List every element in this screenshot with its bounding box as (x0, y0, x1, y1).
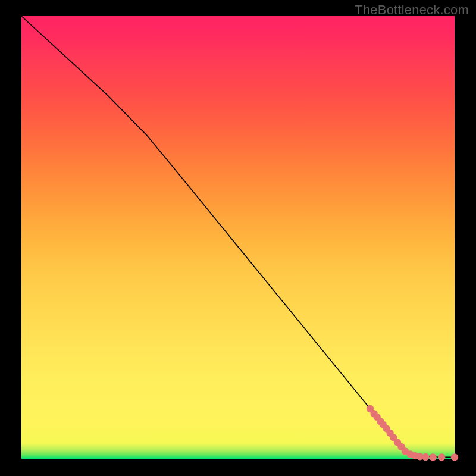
scatter-dot (451, 453, 458, 461)
curve-line (21, 16, 455, 457)
watermark-text: TheBottleneck.com (355, 2, 469, 18)
curve-path (21, 16, 455, 457)
chart-overlay (21, 16, 455, 459)
plot-area (21, 16, 455, 459)
chart-frame: TheBottleneck.com (0, 0, 476, 476)
scatter-dot (422, 453, 429, 461)
scatter-dot (429, 453, 436, 461)
scatter-dot (438, 453, 445, 461)
scatter-dots (367, 405, 458, 461)
